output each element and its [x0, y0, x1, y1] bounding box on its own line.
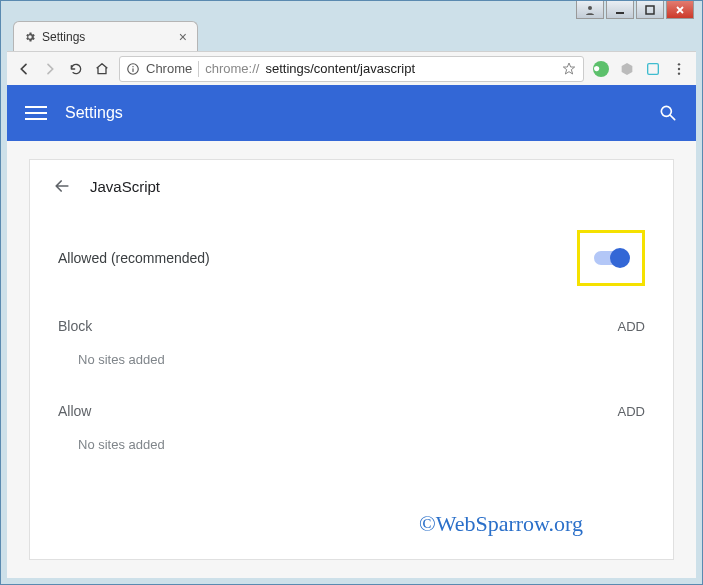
content-viewport: Settings JavaScript Allowed (recommended…	[7, 85, 696, 578]
svg-point-7	[678, 63, 680, 65]
allow-section-title: Allow	[58, 403, 91, 419]
tab-close-icon[interactable]: ×	[179, 29, 187, 45]
browser-tab-settings[interactable]: Settings ×	[13, 21, 198, 51]
bookmark-star-icon[interactable]	[561, 61, 577, 77]
browser-toolbar: Chrome chrome://settings/content/javascr…	[7, 51, 696, 85]
settings-card: JavaScript Allowed (recommended) Block A…	[29, 159, 674, 560]
svg-rect-2	[646, 6, 654, 14]
menu-hamburger-icon[interactable]	[25, 102, 47, 124]
gear-icon	[24, 31, 36, 43]
svg-point-9	[678, 72, 680, 74]
svg-rect-1	[616, 12, 624, 14]
block-section-header: Block ADD	[30, 304, 673, 338]
svg-point-10	[661, 106, 671, 116]
allow-section-header: Allow ADD	[30, 389, 673, 423]
window-maximize-button[interactable]	[636, 1, 664, 19]
block-empty-text: No sites added	[30, 338, 673, 389]
extension-icon-teal[interactable]	[644, 60, 662, 78]
nav-forward-button[interactable]	[41, 60, 59, 78]
block-add-button[interactable]: ADD	[618, 319, 645, 334]
svg-point-0	[588, 6, 592, 10]
url-scheme: chrome://	[205, 61, 259, 76]
extension-icon-grey[interactable]	[618, 60, 636, 78]
tab-title: Settings	[42, 30, 85, 44]
extension-icon-green[interactable]: ●	[592, 60, 610, 78]
svg-point-4	[132, 65, 133, 66]
window-close-button[interactable]	[666, 1, 694, 19]
nav-reload-button[interactable]	[67, 60, 85, 78]
svg-point-8	[678, 67, 680, 69]
toggle-label: Allowed (recommended)	[58, 250, 210, 266]
window-user-icon[interactable]	[576, 1, 604, 19]
nav-home-button[interactable]	[93, 60, 111, 78]
allow-empty-text: No sites added	[30, 423, 673, 474]
omnibox-divider	[198, 61, 199, 77]
watermark-text: ©WebSparrow.org	[419, 511, 583, 537]
allowed-toggle-row: Allowed (recommended)	[30, 212, 673, 304]
back-arrow-icon[interactable]	[52, 176, 72, 196]
svg-rect-5	[132, 68, 133, 72]
page-subheading-row: JavaScript	[30, 160, 673, 212]
browser-menu-button[interactable]	[670, 60, 688, 78]
url-path: settings/content/javascript	[265, 61, 415, 76]
nav-back-button[interactable]	[15, 60, 33, 78]
site-info-icon	[126, 62, 140, 76]
block-section-title: Block	[58, 318, 92, 334]
settings-header: Settings	[7, 85, 696, 141]
settings-header-title: Settings	[65, 104, 123, 122]
allow-add-button[interactable]: ADD	[618, 404, 645, 419]
omnibox-prefix: Chrome	[146, 61, 192, 76]
address-bar[interactable]: Chrome chrome://settings/content/javascr…	[119, 56, 584, 82]
toggle-highlight-box	[577, 230, 645, 286]
window-minimize-button[interactable]	[606, 1, 634, 19]
svg-rect-6	[648, 63, 659, 74]
tab-strip: Settings ×	[13, 21, 690, 51]
search-icon[interactable]	[658, 103, 678, 123]
page-title: JavaScript	[90, 178, 160, 195]
javascript-toggle[interactable]	[594, 251, 628, 265]
window-controls	[574, 1, 694, 19]
